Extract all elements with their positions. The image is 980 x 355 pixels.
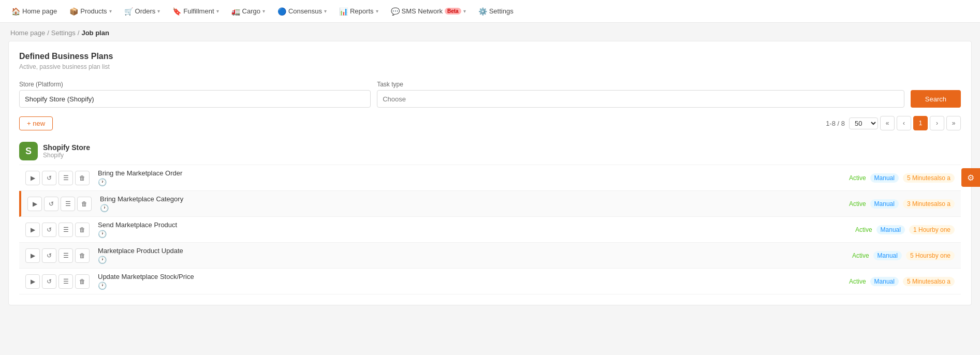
type-badge: Manual <box>870 277 899 286</box>
consensus-icon: 🔵 <box>277 7 286 16</box>
nav-settings[interactable]: ⚙️ Settings <box>473 4 519 19</box>
job-meta: Active Manual 5 Minutesalso a <box>843 169 961 187</box>
nav-cargo[interactable]: 🚛 Cargo ▾ <box>226 4 270 19</box>
section-subtitle: Active, passive business plan list <box>19 63 961 70</box>
history-button[interactable]: ↺ <box>42 171 56 185</box>
delete-button[interactable]: 🗑 <box>75 171 90 185</box>
job-row: ▶ ↺ ☰ 🗑 Marketplace Product Update 🕐 Act… <box>19 243 961 269</box>
delete-button[interactable]: 🗑 <box>75 274 90 289</box>
type-badge: Manual <box>870 199 899 209</box>
job-actions: ▶ ↺ ☰ 🗑 <box>21 193 98 215</box>
store-logo: S <box>19 142 38 160</box>
sms-icon: 💬 <box>391 7 400 16</box>
list-button[interactable]: ☰ <box>61 197 75 211</box>
task-filter-group: Task type <box>377 81 904 108</box>
last-page-button[interactable]: » <box>946 116 961 130</box>
sms-chevron: ▾ <box>463 8 466 14</box>
section-title: Defined Business Plans <box>19 52 961 61</box>
nav-fulfillment[interactable]: 🔖 Fulfillment ▾ <box>167 4 224 19</box>
page-1-button[interactable]: 1 <box>913 116 928 130</box>
next-page-button[interactable]: › <box>930 116 944 130</box>
beta-badge: Beta <box>445 8 461 14</box>
nav-homepage[interactable]: 🏠 Home page <box>6 4 62 19</box>
home-icon: 🏠 <box>11 7 20 16</box>
consensus-chevron: ▾ <box>324 8 327 14</box>
delete-button[interactable]: 🗑 <box>75 248 90 263</box>
job-name: Send Marketplace Product <box>98 221 843 229</box>
nav-products-label: Products <box>80 7 107 15</box>
list-button[interactable]: ☰ <box>58 274 73 289</box>
play-button[interactable]: ▶ <box>25 171 40 185</box>
nav-products[interactable]: 📦 Products ▾ <box>64 4 116 19</box>
store-filter-group: Store (Platform) <box>19 81 371 108</box>
breadcrumb-current: Job plan <box>81 29 109 37</box>
store-label: Store (Platform) <box>19 81 371 88</box>
job-info: Send Marketplace Product 🕐 <box>96 217 849 242</box>
store-name: Shopify Store <box>43 143 90 152</box>
nav-consensus-label: Consensus <box>288 7 322 15</box>
play-button[interactable]: ▶ <box>25 274 40 289</box>
play-button[interactable]: ▶ <box>25 223 40 237</box>
settings-fab[interactable]: ⚙ <box>961 168 980 187</box>
reports-chevron: ▾ <box>376 8 378 14</box>
nav-homepage-label: Home page <box>22 7 57 15</box>
list-button[interactable]: ☰ <box>58 223 73 237</box>
type-badge: Manual <box>873 251 902 260</box>
status-badge: Active <box>849 174 866 182</box>
prev-page-button[interactable]: ‹ <box>897 116 911 130</box>
toolbar-row: + new 1-8 / 8 50 100 200 « ‹ 1 › » <box>19 116 961 130</box>
products-chevron: ▾ <box>109 8 112 14</box>
nav-reports[interactable]: 📊 Reports ▾ <box>334 4 384 19</box>
reports-icon: 📊 <box>339 7 348 16</box>
search-button[interactable]: Search <box>911 90 961 108</box>
page-size-select[interactable]: 50 100 200 <box>849 117 878 129</box>
job-info: Marketplace Product Update 🕐 <box>96 243 846 268</box>
job-row: ▶ ↺ ☰ 🗑 Send Marketplace Product 🕐 Activ… <box>19 217 961 243</box>
nav-consensus[interactable]: 🔵 Consensus ▾ <box>272 4 332 19</box>
orders-icon: 🛒 <box>124 7 133 16</box>
fulfillment-chevron: ▾ <box>216 8 219 14</box>
job-meta: Active Manual 3 Minutesalso a <box>843 195 961 213</box>
type-badge: Manual <box>870 173 899 183</box>
job-name: Bring the Marketplace Order <box>98 169 837 177</box>
list-button[interactable]: ☰ <box>58 248 73 263</box>
job-info: Bring the Marketplace Order 🕐 <box>96 165 843 190</box>
nav-fulfillment-label: Fulfillment <box>183 7 214 15</box>
delete-button[interactable]: 🗑 <box>77 197 92 211</box>
cargo-icon: 🚛 <box>231 7 240 16</box>
task-label: Task type <box>377 81 904 88</box>
nav-cargo-label: Cargo <box>242 7 260 15</box>
play-button[interactable]: ▶ <box>25 248 40 263</box>
time-badge: 1 Hourby one <box>909 225 955 234</box>
time-badge: 3 Minutesalso a <box>903 199 955 209</box>
breadcrumb-settings[interactable]: Settings <box>51 29 76 37</box>
job-name: Marketplace Product Update <box>98 247 840 255</box>
breadcrumb: Home page / Settings / Job plan <box>0 23 980 41</box>
nav-orders-label: Orders <box>135 7 156 15</box>
history-button[interactable]: ↺ <box>42 274 56 289</box>
store-platform: Shopify <box>43 152 90 159</box>
time-badge: 5 Minutesalso a <box>903 277 955 286</box>
job-row: ▶ ↺ ☰ 🗑 Update Marketplace Stock/Price 🕐… <box>19 269 961 294</box>
job-list: ▶ ↺ ☰ 🗑 Bring the Marketplace Order 🕐 Ac… <box>19 165 961 294</box>
first-page-button[interactable]: « <box>880 116 895 130</box>
pagination: 1-8 / 8 50 100 200 « ‹ 1 › » <box>826 116 961 130</box>
nav-sms-label: SMS Network <box>402 7 443 15</box>
task-input[interactable] <box>377 90 904 108</box>
store-input[interactable] <box>19 90 371 108</box>
history-button[interactable]: ↺ <box>44 197 58 211</box>
job-info: Update Marketplace Stock/Price 🕐 <box>96 269 843 294</box>
history-button[interactable]: ↺ <box>42 248 56 263</box>
job-row: ▶ ↺ ☰ 🗑 Bring Marketplace Category 🕐 Act… <box>19 191 961 217</box>
nav-orders[interactable]: 🛒 Orders ▾ <box>119 4 166 19</box>
nav-sms-network[interactable]: 💬 SMS Network Beta ▾ <box>386 4 471 19</box>
fulfillment-icon: 🔖 <box>172 7 181 16</box>
list-button[interactable]: ☰ <box>58 171 73 185</box>
time-badge: 5 Minutesalso a <box>903 173 955 183</box>
delete-button[interactable]: 🗑 <box>75 223 90 237</box>
play-button[interactable]: ▶ <box>27 197 42 211</box>
breadcrumb-homepage[interactable]: Home page <box>10 29 45 37</box>
pagination-info: 1-8 / 8 <box>826 120 845 127</box>
new-button[interactable]: + new <box>19 116 53 130</box>
history-button[interactable]: ↺ <box>42 223 56 237</box>
